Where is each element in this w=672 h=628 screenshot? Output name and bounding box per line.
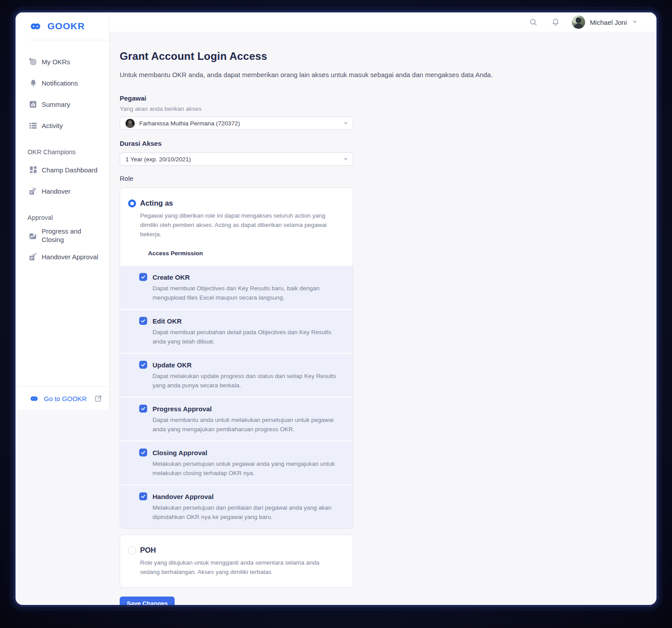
progress-closing-icon [29,232,37,239]
sidebar-item[interactable]: Summary [16,94,109,115]
poh-card: POH Role yang ditujukan untuk mengganti … [120,534,353,588]
sidebar-approval-items: Progress and Closing Handover Approval [16,225,109,267]
pegawai-label: Pegawai [120,94,656,102]
poh-title: POH [140,546,156,554]
search-icon[interactable] [529,18,537,26]
pegawai-helper: Yang akan anda berikan akses [120,105,656,112]
save-changes-button[interactable]: Save Changes [120,597,175,605]
go-to-gookr-label: Go to GOOKR [44,395,87,402]
user-name: Michael Joni [590,19,627,26]
select-caret-icon [344,158,348,160]
sidebar: GOOKR My OKRs Notifications Summary [16,12,109,410]
checkbox-checked[interactable] [139,449,147,456]
acting-as-title: Acting as [140,199,173,207]
page-subtitle: Untuk membantu OKR anda, anda dapat memb… [120,71,656,78]
sidebar-item[interactable]: Notifications [16,72,109,94]
durasi-select[interactable]: 1 Year (exp. 20/10/2021) [120,152,353,166]
pegawai-value: Farhanissa Muthia Permana (720372) [139,120,240,127]
permission-description: Dapat membuat Objectives dan Key Results… [152,284,339,302]
permission-description: Dapat melakukan update progress dan stat… [152,371,339,390]
infinity-logo-icon [28,395,40,402]
checkbox-checked[interactable] [139,317,147,325]
permission-row: Create OKR Dapat membuat Objectives dan … [120,266,353,309]
sidebar-item[interactable]: Handover [16,180,109,202]
permission-title: Create OKR [152,273,344,281]
permission-row: Closing Approval Melakukan persetujuan u… [120,441,353,484]
pegawai-avatar [125,119,135,128]
sidebar-section-champions: OKR Champions [16,148,109,156]
role-label: Role [120,175,656,182]
checkbox-checked[interactable] [139,361,147,369]
topbar: Michael Joni [109,12,656,32]
user-avatar[interactable] [572,16,585,29]
bell-icon [29,79,37,87]
sidebar-item[interactable]: My OKRs [16,51,109,72]
permission-title: Edit OKR [152,317,344,325]
durasi-value: 1 Year (exp. 20/10/2021) [125,156,191,163]
handover-icon [29,187,37,195]
poh-description: Role yang ditujukan untuk mengganti anda… [140,558,340,577]
go-to-gookr-link[interactable]: Go to GOOKR [16,386,109,410]
permission-title: Handover Approval [152,493,344,500]
permission-title: Closing Approval [152,449,344,456]
poh-radio[interactable] [128,546,136,554]
pegawai-select[interactable]: Farhanissa Muthia Permana (720372) [120,117,353,130]
sidebar-item[interactable]: Champ Dashboard [16,159,109,180]
sidebar-champions-items: Champ Dashboard Handover [16,159,109,202]
sidebar-section-approval: Approval [16,214,109,221]
permission-row: Progress Approval Dapat membantu anda un… [120,397,353,441]
permission-description: Dapat membantu anda untuk melakukan pers… [152,415,339,434]
bar-chart-icon [29,101,37,108]
sidebar-item[interactable]: Progress and Closing [16,225,109,246]
permission-row: Update OKR Dapat melakukan update progre… [120,353,353,397]
infinity-logo-icon [27,22,43,31]
main-content: Grant Account Login Access Untuk membant… [109,32,656,605]
target-icon [29,58,37,66]
chevron-down-icon[interactable] [633,21,637,23]
acting-as-description: Pegawai yang diberikan role ini dapat me… [140,211,345,239]
acting-as-radio[interactable] [128,199,136,207]
sidebar-item-label: Notifications [42,79,78,87]
sidebar-item-label: My OKRs [42,58,70,66]
checkbox-checked[interactable] [139,405,147,413]
permission-description: Dapat membuat perubahan detail pada Obje… [152,328,339,346]
app-window: GOOKR My OKRs Notifications Summary [16,12,656,605]
permission-row: Edit OKR Dapat membuat perubahan detail … [120,309,353,353]
durasi-label: Durasi Akses [120,140,656,147]
sidebar-item[interactable]: Activity [16,115,109,136]
sidebar-item-label: Handover [42,187,70,195]
select-caret-icon [344,122,348,125]
bell-icon[interactable] [552,18,559,26]
sidebar-item-label: Progress and Closing [42,227,105,244]
permission-row: Handover Approval Melakukan persetujuan … [120,484,353,528]
sidebar-item-label: Activity [42,121,63,130]
permission-description: Melakukan persetujuan untuk pegawai anda… [152,459,339,478]
sidebar-item[interactable]: Handover Approval [16,246,109,267]
external-link-icon [95,395,102,402]
sidebar-item-label: Summary [42,100,70,109]
permission-title: Progress Approval [152,405,344,413]
brand-name: GOOKR [47,21,85,31]
list-icon [29,122,37,129]
brand-logo[interactable]: GOOKR [16,12,109,40]
dashboard-icon [29,166,37,174]
acting-as-card: Acting as Pegawai yang diberikan role in… [120,187,353,529]
checkbox-checked[interactable] [139,273,147,281]
permission-list: Create OKR Dapat membuat Objectives dan … [120,266,353,528]
checkbox-checked[interactable] [139,492,147,500]
sidebar-item-label: Champ Dashboard [42,166,98,174]
permission-title: Update OKR [152,361,344,369]
access-permission-header: Access Permission [148,250,345,257]
page-title: Grant Account Login Access [120,50,656,62]
permission-description: Melakukan persetujuan dan penilaian dari… [152,503,339,522]
sidebar-nav: My OKRs Notifications Summary Activity [16,40,109,136]
handover-approval-icon [29,253,37,261]
sidebar-item-label: Handover Approval [42,253,98,261]
